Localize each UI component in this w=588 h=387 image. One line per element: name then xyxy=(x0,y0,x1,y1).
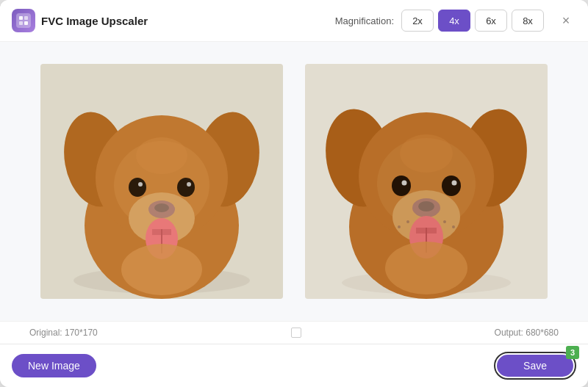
magnification-label: Magnification: xyxy=(335,15,394,26)
save-badge: 3 xyxy=(566,346,579,359)
svg-point-15 xyxy=(177,178,195,197)
svg-rect-0 xyxy=(19,16,23,20)
close-button[interactable]: × xyxy=(556,10,576,31)
svg-rect-3 xyxy=(24,21,28,25)
status-divider-icon xyxy=(291,328,301,338)
svg-point-16 xyxy=(138,182,143,187)
svg-point-34 xyxy=(442,176,461,196)
mag-6x-button[interactable]: 6x xyxy=(475,10,507,32)
close-icon: × xyxy=(562,13,570,29)
svg-point-14 xyxy=(129,178,146,197)
main-content xyxy=(0,42,588,321)
output-size-label: Output: 680*680 xyxy=(495,328,559,338)
new-image-button[interactable]: New Image xyxy=(12,354,96,377)
app-window: FVC Image Upscaler Magnification: 2x 4x … xyxy=(0,0,588,387)
save-button-wrapper: Save xyxy=(494,352,576,380)
svg-point-35 xyxy=(402,181,407,186)
svg-point-45 xyxy=(452,225,455,228)
svg-point-40 xyxy=(385,242,467,294)
svg-rect-2 xyxy=(19,21,23,25)
svg-rect-1 xyxy=(24,16,28,20)
svg-point-36 xyxy=(452,181,457,186)
svg-point-44 xyxy=(443,220,446,223)
svg-point-17 xyxy=(187,182,191,187)
mag-4x-button[interactable]: 4x xyxy=(438,10,470,32)
svg-point-43 xyxy=(398,225,401,228)
original-dog-image xyxy=(40,64,283,299)
original-image-panel xyxy=(40,64,283,299)
original-size-label: Original: 170*170 xyxy=(29,328,98,338)
output-image-panel xyxy=(305,64,548,299)
svg-point-42 xyxy=(406,220,409,223)
bottom-bar: New Image 3 Save xyxy=(0,344,588,387)
svg-point-41 xyxy=(400,134,453,173)
output-dog-image xyxy=(305,64,548,299)
mag-8x-button[interactable]: 8x xyxy=(512,10,544,32)
magnification-buttons: 2x 4x 6x 8x xyxy=(401,10,544,32)
svg-point-13 xyxy=(154,203,169,212)
save-area: 3 Save xyxy=(494,352,576,380)
app-logo xyxy=(12,9,35,32)
svg-point-33 xyxy=(392,176,411,196)
svg-point-21 xyxy=(121,244,202,295)
app-logo-icon xyxy=(16,13,31,28)
mag-2x-button[interactable]: 2x xyxy=(401,10,434,32)
status-bar: Original: 170*170 Output: 680*680 xyxy=(0,321,588,344)
title-bar: FVC Image Upscaler Magnification: 2x 4x … xyxy=(0,0,588,42)
svg-point-32 xyxy=(418,201,434,211)
save-button[interactable]: Save xyxy=(497,355,573,377)
svg-point-22 xyxy=(136,137,187,174)
app-title: FVC Image Upscaler xyxy=(41,15,148,27)
